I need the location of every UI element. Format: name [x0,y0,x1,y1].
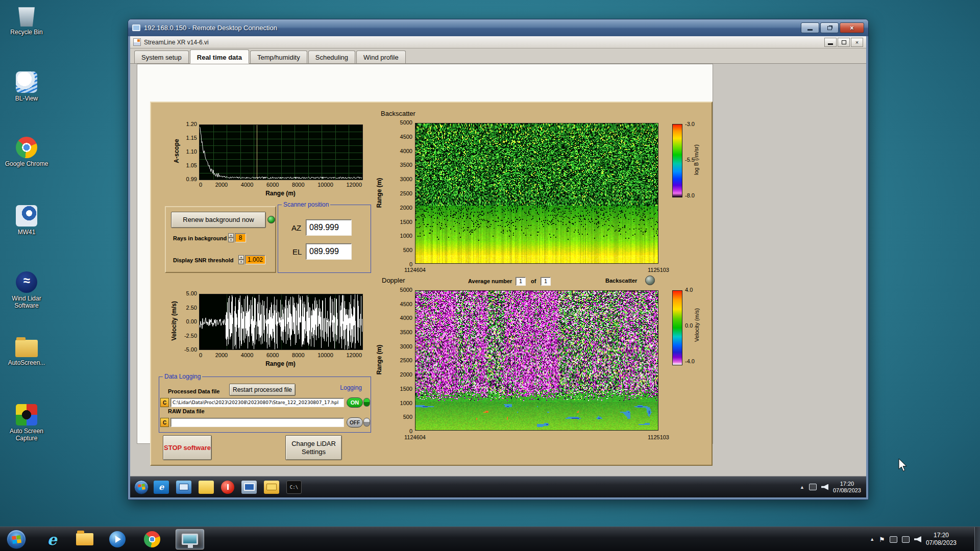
doppler-y-axis-label: Range (m) [376,345,383,375]
streamline-titlebar[interactable]: StreamLine XR v14-6.vi × [130,36,866,48]
ascope-x-axis-label: Range (m) [199,190,362,197]
processed-logging-switch-icon[interactable] [363,398,370,407]
vi-maximize-button[interactable] [838,38,850,47]
tab-strip: System setupReal time dataTemp/humidityS… [130,48,866,64]
remote-taskbar-clock[interactable]: 17:20 07/08/2023 [833,481,861,494]
remote-desktop: StreamLine XR v14-6.vi × System setupRea… [130,36,866,497]
tick-label: 2000 [215,352,228,358]
close-icon: × [850,24,853,32]
tab-wind-profile[interactable]: Wind profile [356,51,406,63]
tick-label: 3500 [400,329,412,335]
remote-taskbar-folder-icon[interactable] [264,481,279,494]
desktop-icon-google-chrome[interactable]: Google Chrome [3,137,50,167]
rdp-close-button[interactable]: × [840,22,864,33]
desktop-icon-bl-view[interactable]: BL-View [3,71,50,102]
tick-label: 10000 [317,352,333,358]
vi-close-button[interactable]: × [851,38,863,47]
processed-logging-toggle[interactable]: ON [347,397,363,408]
tray-volume-icon[interactable] [914,536,921,542]
rays-in-background-label: Rays in background [173,235,227,241]
rays-spinner[interactable]: ▲▼ [228,233,234,242]
desktop-icon-autoscreen[interactable]: AutoScreen... [3,337,50,366]
taskbar-wmp-button[interactable] [105,529,130,549]
tray-expand-icon[interactable]: ▲ [870,537,874,542]
velocity-plot [199,294,363,350]
tab-scheduling[interactable]: Scheduling [308,51,355,63]
tray-display-icon[interactable] [890,536,897,543]
tick-label: -8.0 [685,192,695,198]
tray-network-icon[interactable] [902,536,910,543]
restart-processed-file-button[interactable]: Restart processed file [229,384,296,396]
change-lidar-settings-button[interactable]: Change LiDAR Settings [285,435,342,460]
raw-data-file-label: RAW Data file [168,408,205,414]
rdp-titlebar[interactable]: 192.168.0.150 - Remote Desktop Connectio… [128,19,868,36]
rdp-restore-button[interactable] [820,22,839,33]
taskbar-clock[interactable]: 17:20 07/08/2023 [926,532,957,547]
remote-taskbar-ie-icon[interactable] [154,481,169,494]
doppler-plot-title: Doppler [382,277,405,284]
remote-start-button[interactable] [134,480,149,494]
tick-label: 0 [199,182,202,188]
processed-drive-icon: C [160,398,169,407]
tick-label: 6000 [266,182,279,188]
backscatter-y-axis-label: Range (m) [376,178,383,208]
tick-label: 4500 [400,134,412,140]
tick-label: 2000 [400,205,412,211]
start-button[interactable] [4,529,29,549]
taskbar-explorer-button[interactable] [72,529,97,549]
tick-label: 3000 [400,176,412,182]
rays-value-field[interactable]: 8 [235,233,246,242]
tab-real-time-data[interactable]: Real time data [190,49,249,64]
remote-taskbar-cmd-icon[interactable] [286,481,302,494]
mw41-icon [16,205,37,227]
average-number-label: Average number [468,278,512,284]
average-number-field[interactable]: 1 [516,277,526,286]
rdp-window-icon [132,24,140,31]
wind-lidar-software-icon [16,271,37,293]
snr-spinner[interactable]: ▲▼ [238,255,244,264]
doppler-y-ticks: 5000450040003500300025002000150010005000 [388,287,412,434]
tick-label: 2000 [215,182,228,188]
doppler-x-end: 1125103 [633,434,684,440]
show-desktop-button[interactable] [974,527,980,551]
vi-minimize-button[interactable] [824,38,837,47]
scanner-position-title: Scanner position [282,201,330,209]
processed-path-field[interactable]: C:\Lidar\Data\Proc\2023\202308\20230807\… [170,398,344,407]
desktop-icon-recycle-bin[interactable]: Recycle Bin [3,5,50,36]
desktop-icon-auto-screen-capture[interactable]: Auto Screen Capture [3,404,50,442]
doppler-colorbar-label: Velocity (m/s) [694,308,700,342]
remote-taskbar-power-icon[interactable] [221,481,234,494]
remote-taskbar-explorer-icon[interactable] [176,481,191,494]
backscatter-toggle-button[interactable] [645,276,655,285]
rdp-minimize-button[interactable] [801,22,819,33]
desktop-icon-wind-lidar-software[interactable]: Wind Lidar Software [3,271,50,309]
backscatter-x-end: 1125103 [633,267,684,273]
streamline-window: StreamLine XR v14-6.vi × System setupRea… [130,36,866,477]
renew-background-button[interactable]: Renew background now [171,212,266,228]
stop-software-button[interactable]: STOP software [163,435,212,460]
average-count-field[interactable]: 1 [541,277,551,286]
tray-flag-icon[interactable]: ⚑ [879,536,885,543]
taskbar-rdp-button[interactable] [176,529,204,549]
taskbar-ie-button[interactable]: e [40,529,64,549]
remote-tray-expand-icon[interactable]: ▲ [800,485,804,490]
raw-logging-switch-icon[interactable] [363,418,370,427]
windows-flag-icon [12,535,21,543]
tab-temp-humidity[interactable]: Temp/humidity [250,51,307,63]
az-label: AZ [291,223,301,232]
snr-value-field[interactable]: 1.002 [245,255,265,264]
tab-system-setup[interactable]: System setup [134,51,189,63]
remote-taskbar-capture-icon[interactable] [241,481,257,494]
clock-date: 07/08/2023 [926,539,957,547]
el-value-field[interactable]: 089.999 [306,243,352,260]
raw-logging-toggle[interactable]: OFF [347,417,363,428]
remote-tray-network-icon[interactable] [809,484,817,490]
tick-label: 0.00 [186,318,197,324]
remote-tray-volume-icon[interactable] [821,484,828,490]
backscatter-colorbar-label: log B (/m/sr) [693,144,699,175]
remote-taskbar-notes-icon[interactable] [199,481,214,494]
taskbar-chrome-button[interactable] [140,529,164,549]
raw-path-field[interactable] [170,418,344,427]
desktop-icon-mw41[interactable]: MW41 [3,205,50,236]
az-value-field[interactable]: 089.999 [306,219,352,236]
